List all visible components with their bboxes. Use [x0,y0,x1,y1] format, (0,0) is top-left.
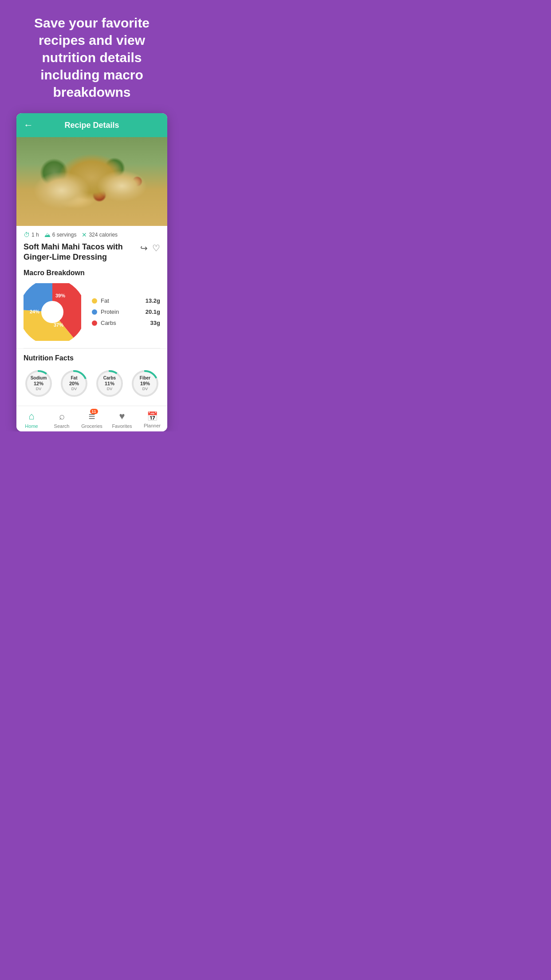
fiber-dv: DV [140,387,150,391]
app-header: ← Recipe Details [16,113,167,137]
calories-meta: ✕ 324 calories [82,231,118,238]
fat-value: 13.2g [146,297,160,304]
servings-meta: ⛰ 6 servings [44,231,77,238]
home-icon: ⌂ [28,411,34,422]
carbs-circle: Carbs 11% DV [94,368,125,399]
sodium-percent: 12% [31,381,47,387]
search-icon: ⌕ [59,411,65,422]
fat-percent-label: 37% [54,322,63,328]
recipe-time: 1 h [31,232,39,238]
fiber-percent: 19% [140,381,150,387]
nav-home[interactable]: ⌂ Home [18,411,45,429]
home-label: Home [25,423,38,429]
header-title: Recipe Details [39,121,145,130]
nutrition-section: Nutrition Facts Sodium 12% DV [16,348,167,406]
carbs-percent-label: 39% [55,293,65,298]
nav-groceries[interactable]: ≡ 11 Groceries [79,411,105,429]
sodium-circle: Sodium 12% DV [24,368,54,399]
favorites-icon: ♥ [119,411,125,422]
fat-legend-item: Fat 13.2g [92,297,160,304]
protein-legend-item: Protein 20.1g [92,308,160,315]
nutrition-circles: Sodium 12% DV Fat 20% DV [24,368,160,399]
recipe-info: ⏱ 1 h ⛰ 6 servings ✕ 324 calories Soft M… [16,226,167,263]
nav-search[interactable]: ⌕ Search [48,411,75,429]
nav-favorites[interactable]: ♥ Favorites [109,411,135,429]
bottom-nav: ⌂ Home ⌕ Search ≡ 11 Groceries ♥ Favorit… [16,406,167,431]
favorite-button[interactable]: ♡ [152,243,160,253]
fat-circle-label: Fat [69,375,79,381]
carbs-label: Carbs [101,320,116,326]
macro-chart-area: 39% 24% 37% Fat 13.2g Protein [24,283,160,341]
sodium-dv: DV [31,387,47,391]
share-button[interactable]: ↪ [140,243,148,253]
back-button[interactable]: ← [24,119,33,131]
calories-icon: ✕ [82,231,87,238]
recipe-title-row: Soft Mahi Mahi Tacos with Ginger-Lime Dr… [24,242,160,263]
action-icons: ↪ ♡ [140,242,160,253]
fiber-circle: Fiber 19% DV [130,368,160,399]
carbs-circle-percent: 11% [103,381,116,387]
macro-section: Macro Breakdown 39% 24% 37% [16,269,167,348]
nav-planner[interactable]: 📅 Planner [139,411,165,428]
fat-circle-percent: 20% [69,381,79,387]
planner-icon: 📅 [147,411,158,422]
protein-percent-label: 24% [30,309,39,314]
recipe-calories: 324 calories [89,232,118,238]
carbs-legend-item: Carbs 33g [92,320,160,326]
fat-dot [92,298,97,304]
groceries-badge: 11 [90,409,98,414]
recipe-servings: 6 servings [52,232,77,238]
fat-circle: Fat 20% DV [59,368,89,399]
fat-label: Fat [101,297,109,304]
clock-icon: ⏱ [24,231,30,238]
recipe-meta: ⏱ 1 h ⛰ 6 servings ✕ 324 calories [24,231,160,238]
sodium-label: Sodium [31,375,47,381]
carbs-circle-label: Carbs [103,375,116,381]
phone-card: ← Recipe Details ⏱ 1 h ⛰ 6 servings ✕ 32… [16,113,167,431]
search-label: Search [54,423,70,429]
pie-chart: 39% 24% 37% [24,283,81,341]
recipe-image [16,137,167,226]
fat-circle-dv: DV [69,387,79,391]
time-meta: ⏱ 1 h [24,231,39,238]
taco-visual [16,137,167,226]
fiber-label: Fiber [140,375,150,381]
carbs-circle-dv: DV [103,387,116,391]
macro-legend: Fat 13.2g Protein 20.1g Carbs [92,297,160,326]
planner-label: Planner [144,423,161,428]
protein-label: Protein [101,308,119,315]
carbs-value: 33g [150,320,160,326]
hero-text: Save your favorite recipes and view nutr… [0,0,184,113]
favorites-label: Favorites [112,423,132,429]
protein-dot [92,309,97,315]
servings-icon: ⛰ [44,231,51,238]
protein-value: 20.1g [146,308,160,315]
recipe-title: Soft Mahi Mahi Tacos with Ginger-Lime Dr… [24,242,140,263]
nutrition-title: Nutrition Facts [24,354,160,362]
groceries-label: Groceries [81,423,102,429]
carbs-dot [92,320,97,326]
macro-section-title: Macro Breakdown [24,269,160,277]
